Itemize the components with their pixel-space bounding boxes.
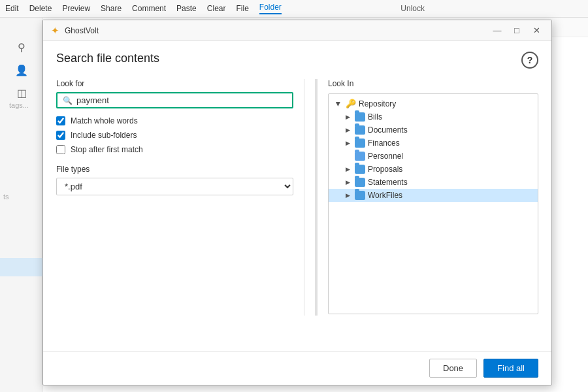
find-all-button[interactable]: Find all bbox=[483, 359, 538, 378]
toolbar-paste[interactable]: Paste bbox=[176, 4, 197, 13]
folder-icon-documents bbox=[355, 125, 365, 135]
dialog-titlebar: ✦ GhostVolt — □ ✕ bbox=[43, 20, 551, 41]
tags-label: tags... bbox=[9, 101, 29, 109]
stop-after-first-checkbox[interactable] bbox=[56, 145, 65, 154]
left-panel: Look for 🔍 Match whole words Include sub… bbox=[56, 79, 304, 316]
folder-icon-workfiles bbox=[355, 191, 365, 200]
tree-label-personnel: Personnel bbox=[368, 152, 403, 161]
tree-item-statements[interactable]: ▶ Statements bbox=[329, 176, 538, 189]
stop-after-first-row: Stop after first match bbox=[56, 145, 293, 154]
include-sub-folders-row: Include sub-folders bbox=[56, 131, 293, 140]
folder-icon-proposals bbox=[355, 165, 365, 174]
tree-item-documents[interactable]: ▶ Documents bbox=[329, 123, 538, 137]
folder-icon-statements bbox=[355, 178, 365, 187]
dialog-title-text: GhostVolt bbox=[65, 26, 99, 35]
done-button[interactable]: Done bbox=[429, 359, 477, 378]
tree-arrow-bills: ▶ bbox=[343, 112, 352, 122]
sidebar-icon-box[interactable]: ◫ bbox=[12, 83, 31, 103]
include-sub-folders-checkbox[interactable] bbox=[56, 131, 65, 140]
toolbar-delete[interactable]: Delete bbox=[29, 4, 52, 13]
tree-arrow-repository: ▶ bbox=[334, 99, 343, 108]
toolbar-share[interactable]: Share bbox=[101, 4, 122, 13]
tree-arrow-documents: ▶ bbox=[343, 125, 352, 135]
tree-label-statements: Statements bbox=[368, 178, 408, 187]
look-for-label: Look for bbox=[56, 79, 293, 88]
tree-item-bills[interactable]: ▶ Bills bbox=[329, 110, 538, 123]
panel-splitter[interactable] bbox=[315, 79, 318, 316]
dialog-content: Look for 🔍 Match whole words Include sub… bbox=[56, 79, 538, 316]
match-whole-words-label: Match whole words bbox=[71, 116, 138, 125]
tree-label-proposals: Proposals bbox=[368, 165, 402, 174]
tree-item-personnel[interactable]: ▶ Personnel bbox=[329, 150, 538, 163]
file-types-select[interactable]: *.pdf *.doc *.docx *.txt All files (*.*) bbox=[56, 178, 293, 195]
sidebar-icon-person[interactable]: 👤 bbox=[12, 60, 31, 80]
match-whole-words-checkbox[interactable] bbox=[56, 116, 65, 125]
search-dialog: ✦ GhostVolt — □ ✕ Search file contents ?… bbox=[42, 20, 552, 385]
dialog-footer: Done Find all bbox=[43, 351, 551, 385]
stop-after-first-label: Stop after first match bbox=[71, 145, 143, 154]
tree-arrow-statements: ▶ bbox=[343, 178, 352, 187]
toolbar-comment[interactable]: Comment bbox=[132, 4, 166, 13]
tree-arrow-finances: ▶ bbox=[343, 139, 352, 148]
look-for-input-wrapper[interactable]: 🔍 bbox=[56, 92, 293, 108]
toolbar-unlock[interactable]: Unlock bbox=[400, 4, 425, 13]
tree-item-workfiles[interactable]: ▶ WorkFiles bbox=[329, 189, 538, 202]
file-types-label: File types bbox=[56, 165, 293, 174]
minimize-button[interactable]: — bbox=[490, 24, 504, 38]
ghostvolt-logo-icon: ✦ bbox=[51, 25, 59, 37]
look-for-input[interactable] bbox=[76, 95, 287, 105]
toolbar-clear[interactable]: Clear bbox=[207, 4, 226, 13]
dialog-controls: — □ ✕ bbox=[490, 24, 544, 38]
tree-label-repository: Repository bbox=[359, 99, 396, 108]
search-icon: 🔍 bbox=[63, 96, 73, 105]
toolbar-file[interactable]: File bbox=[236, 4, 248, 13]
sidebar-icon-search[interactable]: ⚲ bbox=[12, 37, 31, 57]
file-types-section: File types *.pdf *.doc *.docx *.txt All … bbox=[56, 165, 293, 195]
tree-label-finances: Finances bbox=[368, 139, 400, 148]
help-button[interactable]: ? bbox=[521, 52, 538, 69]
toolbar-folder[interactable]: Folder bbox=[259, 3, 282, 14]
tree-arrow-workfiles: ▶ bbox=[343, 191, 352, 200]
folder-tree: ▶ 🔑 Repository ▶ Bills ▶ Document bbox=[328, 93, 538, 314]
maximize-button[interactable]: □ bbox=[510, 24, 524, 38]
folder-icon-bills bbox=[355, 112, 365, 122]
sidebar-selected-item[interactable] bbox=[0, 258, 42, 276]
dialog-header: Search file contents ? bbox=[56, 52, 538, 69]
dialog-title-left: ✦ GhostVolt bbox=[51, 25, 99, 37]
folder-icon-personnel bbox=[355, 152, 365, 161]
right-panel: Look In ▶ 🔑 Repository ▶ Bills bbox=[328, 79, 538, 316]
tree-label-documents: Documents bbox=[368, 125, 408, 135]
tree-label-bills: Bills bbox=[368, 112, 382, 122]
sidebar-items-label: ts bbox=[3, 193, 9, 201]
folder-icon-finances bbox=[355, 139, 365, 148]
repository-icon: 🔑 bbox=[346, 99, 356, 108]
close-button[interactable]: ✕ bbox=[529, 24, 544, 38]
toolbar-preview[interactable]: Preview bbox=[62, 4, 90, 13]
sidebar: ⚲ 👤 ◫ bbox=[0, 18, 42, 392]
dialog-main-title: Search file contents bbox=[56, 52, 159, 65]
toolbar: Edit Delete Preview Share Comment Paste … bbox=[0, 0, 588, 18]
dialog-body: Search file contents ? Look for 🔍 Match … bbox=[43, 41, 551, 351]
tree-label-workfiles: WorkFiles bbox=[368, 191, 402, 200]
match-whole-words-row: Match whole words bbox=[56, 116, 293, 125]
tree-item-repository[interactable]: ▶ 🔑 Repository bbox=[329, 97, 538, 110]
tree-arrow-proposals: ▶ bbox=[343, 165, 352, 174]
toolbar-edit[interactable]: Edit bbox=[5, 4, 19, 13]
tree-item-finances[interactable]: ▶ Finances bbox=[329, 137, 538, 150]
tree-item-proposals[interactable]: ▶ Proposals bbox=[329, 163, 538, 176]
include-sub-folders-label: Include sub-folders bbox=[71, 131, 137, 140]
look-in-label: Look In bbox=[328, 79, 538, 88]
